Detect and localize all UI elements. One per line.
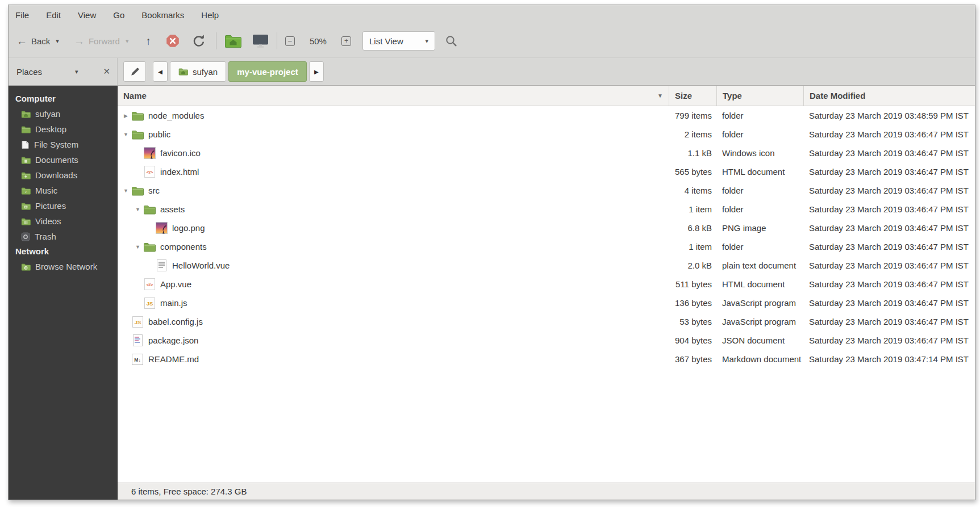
sidebar-item-videos[interactable]: Videos <box>9 213 117 229</box>
sidebar-item-desktop[interactable]: Desktop <box>9 121 117 137</box>
zoom-in-button[interactable]: + <box>341 36 351 46</box>
chevron-down-icon[interactable]: ▾ <box>75 68 78 76</box>
zoom-out-button[interactable]: – <box>285 36 295 46</box>
table-row[interactable]: </>index.html565 bytesHTML documentSatur… <box>118 162 975 181</box>
sidebar-item-browse-network[interactable]: Browse Network <box>9 259 117 274</box>
table-row[interactable]: favicon.ico1.1 kBWindows iconSaturday 23… <box>118 144 975 162</box>
forward-arrow-icon: → <box>74 36 85 47</box>
reload-button[interactable] <box>192 34 206 48</box>
collapse-icon[interactable]: ▼ <box>121 132 131 137</box>
sidebar-item-label: File System <box>34 140 78 149</box>
table-row[interactable]: ▼ components1 itemfolderSaturday 23 Marc… <box>118 237 975 256</box>
folder-documents-icon <box>21 156 31 164</box>
view-mode-select[interactable]: List View ▾ <box>362 31 435 51</box>
breadcrumb-sufyan[interactable]: sufyan <box>170 61 226 82</box>
menu-item-view[interactable]: View <box>78 10 96 20</box>
file-size: 904 bytes <box>669 336 716 345</box>
table-row[interactable]: ▶ node_modules799 itemsfolderSaturday 23… <box>118 106 975 125</box>
home-button[interactable] <box>224 34 242 48</box>
file-size: 2 items <box>669 129 716 139</box>
forward-button[interactable]: → Forward <box>74 36 120 47</box>
edit-path-button[interactable] <box>123 61 146 82</box>
stop-button[interactable] <box>166 34 180 48</box>
sidebar-item-trash[interactable]: Trash <box>9 229 117 244</box>
sidebar-item-label: Videos <box>35 216 61 226</box>
file-size: 1.1 kB <box>669 148 716 158</box>
table-row[interactable]: logo.png6.8 kBPNG imageSaturday 23 March… <box>118 219 975 237</box>
up-button[interactable]: ↑ <box>145 36 151 47</box>
menu-bar: FileEditViewGoBookmarksHelp <box>9 5 975 24</box>
sidebar-item-music[interactable]: ♪Music <box>9 183 117 198</box>
path-scroll-right-button[interactable]: ▶ <box>309 61 324 82</box>
js-icon: JS <box>131 316 144 328</box>
places-sidebar: Computer sufyan Desktop File System Docu… <box>9 86 118 500</box>
table-row[interactable]: M↓README.md367 bytesMarkdown documentSat… <box>118 350 975 368</box>
search-button[interactable] <box>445 35 457 47</box>
table-row[interactable]: JSmain.js136 bytesJavaScript programSatu… <box>118 294 975 312</box>
table-row[interactable]: JSbabel.config.js53 bytesJavaScript prog… <box>118 312 975 331</box>
file-name: public <box>148 129 170 139</box>
file-type: HTML document <box>716 279 803 289</box>
back-arrow-icon: ← <box>16 36 27 47</box>
folder-music-icon: ♪ <box>21 187 31 195</box>
file-name: index.html <box>160 167 199 177</box>
folder-downloads-icon <box>21 171 31 179</box>
file-date-modified: Saturday 23 March 2019 03:46:47 PM IST <box>803 148 975 158</box>
sidebar-item-label: Music <box>35 186 57 195</box>
sidebar-item-sufyan[interactable]: sufyan <box>9 106 117 121</box>
file-name: HelloWorld.vue <box>172 261 230 270</box>
pencil-icon <box>130 66 140 77</box>
image-icon <box>143 147 156 159</box>
file-size: 511 bytes <box>669 279 716 289</box>
sidebar-item-pictures[interactable]: Pictures <box>9 198 117 213</box>
sidebar-item-documents[interactable]: Documents <box>9 152 117 167</box>
sidebar-item-downloads[interactable]: Downloads <box>9 167 117 183</box>
html-icon: </> <box>143 278 156 290</box>
zoom-level: 50% <box>310 36 327 46</box>
json-icon <box>131 334 144 346</box>
path-row: Places ▾ ✕ ◀ sufyanmy-vue-project ▶ <box>9 57 975 86</box>
column-header-size[interactable]: Size <box>669 86 716 106</box>
collapse-icon[interactable]: ▼ <box>133 244 143 250</box>
forward-history-dropdown[interactable]: ▾ <box>126 37 129 45</box>
breadcrumb-my-vue-project[interactable]: my-vue-project <box>228 61 307 82</box>
menu-item-go[interactable]: Go <box>113 10 124 20</box>
folder-icon <box>131 129 144 140</box>
folder-icon <box>131 111 144 121</box>
menu-item-edit[interactable]: Edit <box>46 10 61 20</box>
table-row[interactable]: </>App.vue511 bytesHTML documentSaturday… <box>118 275 975 294</box>
drive-icon <box>21 140 30 149</box>
table-row[interactable]: HelloWorld.vue2.0 kBplain text documentS… <box>118 256 975 275</box>
column-header-name[interactable]: Name ▼ <box>118 86 669 106</box>
expand-icon[interactable]: ▶ <box>121 113 131 119</box>
column-header-date[interactable]: Date Modified <box>803 86 975 106</box>
computer-button[interactable] <box>252 33 269 48</box>
file-date-modified: Saturday 23 March 2019 03:46:47 PM IST <box>803 261 975 270</box>
file-name: README.md <box>148 354 199 364</box>
menu-item-bookmarks[interactable]: Bookmarks <box>141 10 184 20</box>
collapse-icon[interactable]: ▼ <box>121 188 131 194</box>
file-size: 1 item <box>669 242 716 252</box>
menu-item-file[interactable]: File <box>15 10 29 20</box>
computer-icon <box>252 33 269 48</box>
table-row[interactable]: ▼ src4 itemsfolderSaturday 23 March 2019… <box>118 181 975 200</box>
column-header-type[interactable]: Type <box>716 86 803 106</box>
back-history-dropdown[interactable]: ▾ <box>56 37 59 45</box>
table-row[interactable]: ▼ public2 itemsfolderSaturday 23 March 2… <box>118 125 975 144</box>
table-row[interactable]: ▼ assets1 itemfolderSaturday 23 March 20… <box>118 200 975 219</box>
path-scroll-left-button[interactable]: ◀ <box>153 61 168 82</box>
back-button[interactable]: ← Back <box>16 36 50 47</box>
folder-icon <box>131 186 144 196</box>
file-name: babel.config.js <box>148 317 203 326</box>
close-sidebar-button[interactable]: ✕ <box>103 66 110 77</box>
back-label: Back <box>31 36 50 46</box>
sidebar-item-file-system[interactable]: File System <box>9 137 117 152</box>
file-rows: ▶ node_modules799 itemsfolderSaturday 23… <box>118 106 975 483</box>
places-dropdown[interactable]: Places <box>16 67 42 77</box>
status-bar: 6 items, Free space: 274.3 GB <box>118 483 975 500</box>
folder-icon <box>143 242 156 252</box>
menu-item-help[interactable]: Help <box>201 10 219 20</box>
table-row[interactable]: package.json904 bytesJSON documentSaturd… <box>118 331 975 350</box>
file-size: 4 items <box>669 186 716 195</box>
collapse-icon[interactable]: ▼ <box>133 207 143 212</box>
